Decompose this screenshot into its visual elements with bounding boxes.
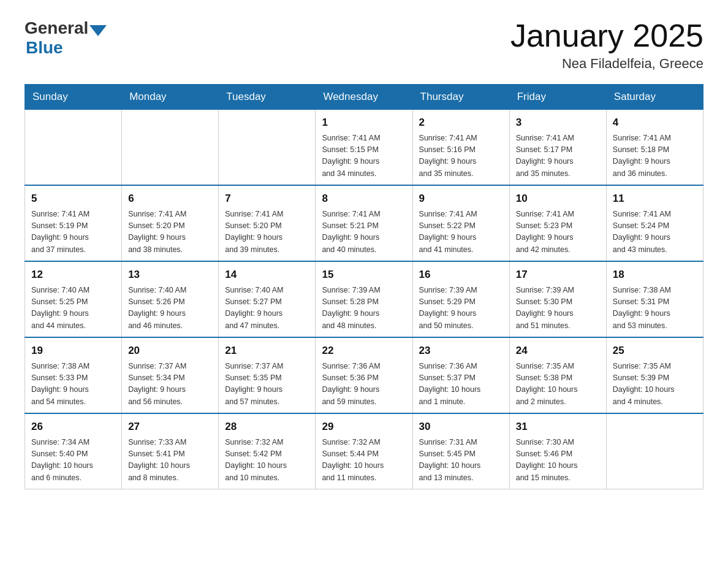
day-number: 17	[516, 267, 600, 283]
calendar-cell: 4Sunrise: 7:41 AM Sunset: 5:18 PM Daylig…	[606, 110, 703, 186]
day-info: Sunrise: 7:39 AM Sunset: 5:28 PM Dayligh…	[322, 285, 406, 332]
calendar-cell: 5Sunrise: 7:41 AM Sunset: 5:19 PM Daylig…	[25, 185, 122, 261]
day-info: Sunrise: 7:38 AM Sunset: 5:31 PM Dayligh…	[613, 285, 697, 332]
calendar-cell: 6Sunrise: 7:41 AM Sunset: 5:20 PM Daylig…	[122, 185, 219, 261]
calendar-cell: 27Sunrise: 7:33 AM Sunset: 5:41 PM Dayli…	[122, 413, 219, 489]
day-number: 11	[613, 191, 697, 207]
day-info: Sunrise: 7:41 AM Sunset: 5:23 PM Dayligh…	[516, 209, 600, 256]
calendar-cell	[219, 110, 316, 186]
day-info: Sunrise: 7:40 AM Sunset: 5:25 PM Dayligh…	[31, 285, 115, 332]
day-number: 28	[225, 419, 309, 435]
logo: General Blue	[25, 18, 107, 58]
calendar-header-sunday: Sunday	[25, 85, 122, 110]
calendar-week-row: 12Sunrise: 7:40 AM Sunset: 5:25 PM Dayli…	[25, 261, 703, 337]
day-number: 27	[128, 419, 212, 435]
day-number: 4	[613, 115, 697, 131]
calendar-cell: 9Sunrise: 7:41 AM Sunset: 5:22 PM Daylig…	[412, 185, 509, 261]
day-info: Sunrise: 7:41 AM Sunset: 5:20 PM Dayligh…	[128, 209, 212, 256]
location-text: Nea Filadelfeia, Greece	[510, 56, 703, 72]
calendar-cell: 18Sunrise: 7:38 AM Sunset: 5:31 PM Dayli…	[606, 261, 703, 337]
calendar-cell	[25, 110, 122, 186]
day-info: Sunrise: 7:33 AM Sunset: 5:41 PM Dayligh…	[128, 437, 212, 484]
day-number: 29	[322, 419, 406, 435]
calendar-cell: 14Sunrise: 7:40 AM Sunset: 5:27 PM Dayli…	[219, 261, 316, 337]
calendar-cell: 31Sunrise: 7:30 AM Sunset: 5:46 PM Dayli…	[509, 413, 606, 489]
day-number: 9	[419, 191, 503, 207]
day-number: 5	[31, 191, 115, 207]
logo-general-text: General	[25, 18, 88, 38]
calendar-cell: 2Sunrise: 7:41 AM Sunset: 5:16 PM Daylig…	[412, 110, 509, 186]
day-number: 23	[419, 343, 503, 359]
day-info: Sunrise: 7:41 AM Sunset: 5:22 PM Dayligh…	[419, 209, 503, 256]
calendar-cell: 7Sunrise: 7:41 AM Sunset: 5:20 PM Daylig…	[219, 185, 316, 261]
day-number: 2	[419, 115, 503, 131]
calendar-cell: 8Sunrise: 7:41 AM Sunset: 5:21 PM Daylig…	[316, 185, 412, 261]
day-info: Sunrise: 7:41 AM Sunset: 5:17 PM Dayligh…	[516, 132, 600, 180]
day-number: 8	[322, 191, 406, 207]
calendar-cell: 25Sunrise: 7:35 AM Sunset: 5:39 PM Dayli…	[606, 337, 703, 413]
logo-triangle-icon	[89, 25, 107, 36]
day-number: 15	[322, 267, 406, 283]
calendar-cell: 13Sunrise: 7:40 AM Sunset: 5:26 PM Dayli…	[122, 261, 219, 337]
day-info: Sunrise: 7:39 AM Sunset: 5:30 PM Dayligh…	[516, 285, 600, 332]
day-info: Sunrise: 7:35 AM Sunset: 5:39 PM Dayligh…	[613, 361, 697, 408]
calendar-cell: 30Sunrise: 7:31 AM Sunset: 5:45 PM Dayli…	[412, 413, 509, 489]
day-number: 20	[128, 343, 212, 359]
calendar-header-wednesday: Wednesday	[316, 85, 412, 110]
day-number: 13	[128, 267, 212, 283]
calendar-header-saturday: Saturday	[606, 85, 703, 110]
calendar-cell: 10Sunrise: 7:41 AM Sunset: 5:23 PM Dayli…	[509, 185, 606, 261]
day-number: 24	[516, 343, 600, 359]
day-info: Sunrise: 7:31 AM Sunset: 5:45 PM Dayligh…	[419, 437, 503, 484]
month-title: January 2025	[510, 18, 703, 53]
day-number: 10	[516, 191, 600, 207]
day-info: Sunrise: 7:41 AM Sunset: 5:24 PM Dayligh…	[613, 209, 697, 256]
day-number: 6	[128, 191, 212, 207]
calendar-header-thursday: Thursday	[412, 85, 509, 110]
calendar-cell: 23Sunrise: 7:36 AM Sunset: 5:37 PM Dayli…	[412, 337, 509, 413]
day-info: Sunrise: 7:37 AM Sunset: 5:35 PM Dayligh…	[225, 361, 309, 408]
day-info: Sunrise: 7:40 AM Sunset: 5:27 PM Dayligh…	[225, 285, 309, 332]
day-number: 18	[613, 267, 697, 283]
day-number: 31	[516, 419, 600, 435]
day-number: 21	[225, 343, 309, 359]
day-info: Sunrise: 7:41 AM Sunset: 5:20 PM Dayligh…	[225, 209, 309, 256]
calendar-week-row: 5Sunrise: 7:41 AM Sunset: 5:19 PM Daylig…	[25, 185, 703, 261]
calendar-week-row: 1Sunrise: 7:41 AM Sunset: 5:15 PM Daylig…	[25, 110, 703, 186]
day-number: 12	[31, 267, 115, 283]
day-info: Sunrise: 7:30 AM Sunset: 5:46 PM Dayligh…	[516, 437, 600, 484]
calendar-cell: 15Sunrise: 7:39 AM Sunset: 5:28 PM Dayli…	[316, 261, 412, 337]
calendar-cell: 17Sunrise: 7:39 AM Sunset: 5:30 PM Dayli…	[509, 261, 606, 337]
calendar-cell	[606, 413, 703, 489]
day-info: Sunrise: 7:41 AM Sunset: 5:21 PM Dayligh…	[322, 209, 406, 256]
calendar-week-row: 19Sunrise: 7:38 AM Sunset: 5:33 PM Dayli…	[25, 337, 703, 413]
day-number: 16	[419, 267, 503, 283]
title-block: January 2025 Nea Filadelfeia, Greece	[510, 18, 703, 72]
day-info: Sunrise: 7:36 AM Sunset: 5:37 PM Dayligh…	[419, 361, 503, 408]
calendar-header-row: SundayMondayTuesdayWednesdayThursdayFrid…	[25, 85, 703, 110]
calendar-cell: 3Sunrise: 7:41 AM Sunset: 5:17 PM Daylig…	[509, 110, 606, 186]
day-info: Sunrise: 7:38 AM Sunset: 5:33 PM Dayligh…	[31, 361, 115, 408]
calendar-header-monday: Monday	[122, 85, 219, 110]
day-info: Sunrise: 7:40 AM Sunset: 5:26 PM Dayligh…	[128, 285, 212, 332]
day-number: 25	[613, 343, 697, 359]
calendar-cell	[122, 110, 219, 186]
day-info: Sunrise: 7:41 AM Sunset: 5:19 PM Dayligh…	[31, 209, 115, 256]
day-info: Sunrise: 7:41 AM Sunset: 5:16 PM Dayligh…	[419, 132, 503, 180]
calendar-cell: 1Sunrise: 7:41 AM Sunset: 5:15 PM Daylig…	[316, 110, 412, 186]
calendar-cell: 22Sunrise: 7:36 AM Sunset: 5:36 PM Dayli…	[316, 337, 412, 413]
day-number: 19	[31, 343, 115, 359]
day-number: 1	[322, 115, 406, 131]
day-number: 3	[516, 115, 600, 131]
calendar-header-tuesday: Tuesday	[219, 85, 316, 110]
day-info: Sunrise: 7:32 AM Sunset: 5:42 PM Dayligh…	[225, 437, 309, 484]
calendar-cell: 19Sunrise: 7:38 AM Sunset: 5:33 PM Dayli…	[25, 337, 122, 413]
calendar-week-row: 26Sunrise: 7:34 AM Sunset: 5:40 PM Dayli…	[25, 413, 703, 489]
day-info: Sunrise: 7:36 AM Sunset: 5:36 PM Dayligh…	[322, 361, 406, 408]
page-header: General Blue January 2025 Nea Filadelfei…	[25, 18, 703, 72]
day-info: Sunrise: 7:37 AM Sunset: 5:34 PM Dayligh…	[128, 361, 212, 408]
day-info: Sunrise: 7:41 AM Sunset: 5:15 PM Dayligh…	[322, 132, 406, 180]
calendar-cell: 26Sunrise: 7:34 AM Sunset: 5:40 PM Dayli…	[25, 413, 122, 489]
calendar-cell: 24Sunrise: 7:35 AM Sunset: 5:38 PM Dayli…	[509, 337, 606, 413]
calendar-cell: 29Sunrise: 7:32 AM Sunset: 5:44 PM Dayli…	[316, 413, 412, 489]
